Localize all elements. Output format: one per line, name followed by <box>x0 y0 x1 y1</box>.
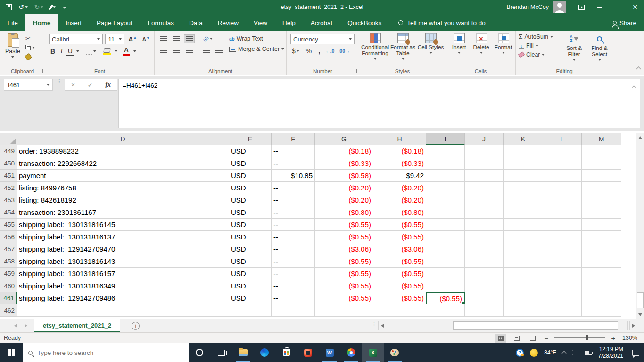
cell-K461[interactable] <box>504 292 543 304</box>
cell-D451[interactable]: payment <box>17 170 229 182</box>
cell-H454[interactable]: ($0.80) <box>373 206 426 219</box>
scroll-down-button[interactable] <box>636 311 644 319</box>
cell-G458[interactable]: ($0.55) <box>315 255 373 268</box>
column-header-D[interactable]: D <box>17 133 229 145</box>
cut-button[interactable]: ✂ <box>25 34 35 42</box>
word-button[interactable]: W <box>319 343 340 362</box>
share-button[interactable]: Share <box>605 14 644 31</box>
cell-F462[interactable] <box>272 304 315 317</box>
align-right-button[interactable] <box>184 47 195 56</box>
zoom-in-button[interactable]: + <box>610 334 617 342</box>
row-header-456[interactable]: 456 <box>0 231 17 243</box>
cell-D449[interactable]: order: 1938898232 <box>17 145 229 157</box>
cell-E458[interactable]: USD <box>229 255 272 268</box>
cell-M457[interactable] <box>582 243 621 255</box>
bold-button[interactable]: B <box>49 48 57 55</box>
cell-G453[interactable]: ($0.20) <box>315 194 373 206</box>
cell-M453[interactable] <box>582 194 621 206</box>
cell-H453[interactable]: ($0.20) <box>373 194 426 206</box>
number-format-select[interactable]: Currency <box>290 34 355 44</box>
cell-D459[interactable]: shipping label: 130131816157 <box>17 268 229 280</box>
undo-button[interactable]: ↺ <box>18 3 28 11</box>
accounting-format-button[interactable]: $ <box>290 47 301 55</box>
cancel-entry-button[interactable]: × <box>71 81 75 89</box>
cell-H449[interactable]: ($0.18) <box>373 145 426 157</box>
tray-overflow-chevron-icon[interactable] <box>561 351 566 356</box>
vertical-scrollbar[interactable] <box>636 133 644 319</box>
row-header-459[interactable]: 459 <box>0 268 17 280</box>
row-header-451[interactable]: 451 <box>0 170 17 182</box>
cell-H456[interactable]: ($0.55) <box>373 231 426 243</box>
cell-K449[interactable] <box>504 145 543 157</box>
cell-J457[interactable] <box>465 243 504 255</box>
cell-E462[interactable] <box>229 304 272 317</box>
font-color-button[interactable]: A <box>122 48 131 56</box>
cell-D452[interactable]: listing: 849976758 <box>17 182 229 194</box>
cell-F450[interactable]: -- <box>272 157 315 170</box>
cell-F459[interactable]: -- <box>272 268 315 280</box>
tab-file[interactable]: File <box>0 14 25 31</box>
cell-L451[interactable] <box>543 170 582 182</box>
number-dialog-launcher-icon[interactable] <box>353 69 357 73</box>
row-header-453[interactable]: 453 <box>0 194 17 206</box>
cell-M455[interactable] <box>582 219 621 231</box>
cell-L460[interactable] <box>543 280 582 292</box>
decrease-decimal-button[interactable]: .00→ <box>338 48 350 54</box>
action-center-icon[interactable] <box>632 350 639 356</box>
cell-G454[interactable]: ($0.80) <box>315 206 373 219</box>
cell-L452[interactable] <box>543 182 582 194</box>
cell-J455[interactable] <box>465 219 504 231</box>
increase-font-button[interactable]: A▲ <box>127 35 138 43</box>
cell-M449[interactable] <box>582 145 621 157</box>
cell-M460[interactable] <box>582 280 621 292</box>
cell-L462[interactable] <box>543 304 582 317</box>
cell-G452[interactable]: ($0.20) <box>315 182 373 194</box>
autosum-button[interactable]: ΣAutoSum <box>519 33 561 41</box>
cell-G455[interactable]: ($0.55) <box>315 219 373 231</box>
cell-F455[interactable]: -- <box>272 219 315 231</box>
cell-K457[interactable] <box>504 243 543 255</box>
format-painter-button[interactable] <box>25 53 35 61</box>
cell-E461[interactable]: USD <box>229 292 272 304</box>
cell-D450[interactable]: transaction: 2292668422 <box>17 157 229 170</box>
cell-D462[interactable] <box>17 304 229 317</box>
insert-function-button[interactable]: fx <box>105 81 111 89</box>
cell-L461[interactable] <box>543 292 582 304</box>
collapse-ribbon-button[interactable] <box>637 66 640 72</box>
cell-E454[interactable]: USD <box>229 206 272 219</box>
cell-I451[interactable] <box>426 170 465 182</box>
restore-button[interactable] <box>608 0 626 14</box>
cell-I461[interactable]: ($0.55) <box>426 292 465 304</box>
cell-G450[interactable]: ($0.33) <box>315 157 373 170</box>
orientation-button[interactable]: ab <box>201 34 215 43</box>
cell-H461[interactable]: ($0.55) <box>373 292 426 304</box>
redo-button[interactable]: ↻ <box>34 3 44 11</box>
cell-E456[interactable]: USD <box>229 231 272 243</box>
cell-F453[interactable]: -- <box>272 194 315 206</box>
cell-F458[interactable]: -- <box>272 255 315 268</box>
page-break-view-button[interactable] <box>527 334 538 343</box>
cell-F452[interactable]: -- <box>272 182 315 194</box>
horizontal-scrollbar[interactable] <box>387 321 628 330</box>
row-header-455[interactable]: 455 <box>0 219 17 231</box>
comma-style-button[interactable]: , <box>317 47 322 55</box>
row-header-449[interactable]: 449 <box>0 145 17 157</box>
cell-F460[interactable]: -- <box>272 280 315 292</box>
cell-H460[interactable]: ($0.55) <box>373 280 426 292</box>
cell-K459[interactable] <box>504 268 543 280</box>
previous-sheet-button[interactable] <box>14 324 17 328</box>
tab-help[interactable]: Help <box>275 14 303 31</box>
cell-E459[interactable]: USD <box>229 268 272 280</box>
cell-L449[interactable] <box>543 145 582 157</box>
cell-K456[interactable] <box>504 231 543 243</box>
chrome-button[interactable] <box>340 343 362 362</box>
format-as-table-button[interactable]: Format as Table <box>389 33 417 60</box>
sort-filter-button[interactable]: AZ Sort & Filter <box>561 33 587 61</box>
row-header-460[interactable]: 460 <box>0 280 17 292</box>
cell-G457[interactable]: ($3.06) <box>315 243 373 255</box>
cell-G462[interactable] <box>315 304 373 317</box>
cell-J456[interactable] <box>465 231 504 243</box>
enter-entry-button[interactable]: ✓ <box>87 81 93 89</box>
cell-L456[interactable] <box>543 231 582 243</box>
zoom-level[interactable]: 130% <box>621 335 637 341</box>
